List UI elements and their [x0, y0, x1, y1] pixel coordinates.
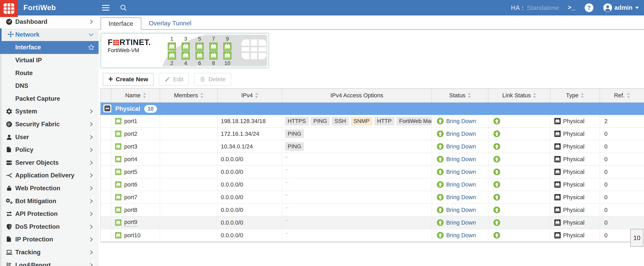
port-number: 9 [226, 36, 229, 42]
status-cell: Bring Down [432, 204, 488, 216]
bring-down-link[interactable]: Bring Down [446, 181, 476, 188]
table-row-port5[interactable]: port50.0.0.0/0–Bring DownPhysical0 [100, 166, 644, 178]
sidebar-item-application-delivery[interactable]: Application Delivery [0, 169, 98, 182]
type-cell: Physical [550, 217, 600, 229]
sidebar-item-route[interactable]: Route [0, 67, 98, 79]
access-option-badge: SNMP [351, 117, 372, 125]
sidebar-item-interface[interactable]: Interface [0, 41, 98, 54]
bring-down-link[interactable]: Bring Down [446, 131, 476, 137]
link-status-cell [488, 166, 550, 178]
sidebar-item-label: User [15, 134, 29, 141]
search-icon[interactable] [120, 4, 127, 12]
sidebar-item-network[interactable]: Network [0, 28, 98, 41]
bring-down-link[interactable]: Bring Down [446, 169, 476, 175]
row-select-cell [100, 217, 112, 229]
bring-down-link[interactable]: Bring Down [446, 143, 476, 150]
header: FortiWeb HA : Standalone >_ ? admin [0, 0, 644, 15]
sidebar-item-system[interactable]: System [0, 105, 98, 118]
page-size-box[interactable]: 10 [630, 229, 644, 247]
column-header-ref[interactable]: Ref. [600, 89, 644, 102]
sidebar-item-label: Tracking [15, 249, 41, 256]
port-device-icon[interactable] [168, 42, 176, 51]
menu-icon[interactable] [102, 5, 110, 10]
port-green-icon [115, 156, 122, 162]
table-row-port4[interactable]: port40.0.0.0/0–Bring DownPhysical0 [100, 153, 644, 166]
column-header-status[interactable]: Status [432, 89, 488, 102]
bring-down-link[interactable]: Bring Down [446, 220, 476, 226]
port-device-icon[interactable] [182, 51, 190, 60]
column-header-type[interactable]: Type [550, 89, 600, 102]
members-cell [160, 191, 218, 203]
table-row-port10[interactable]: port100.0.0.0/0–Bring DownPhysical0 [100, 229, 644, 242]
arrow-up-circle-icon [493, 219, 500, 226]
empty-placeholder: – [285, 217, 288, 223]
sidebar-item-user[interactable]: User [0, 131, 98, 144]
sidebar-item-web-protection[interactable]: Web Protection [0, 182, 98, 195]
user-name: admin [614, 4, 632, 11]
sidebar-item-ip-protection[interactable]: IP Protection [0, 233, 98, 246]
table-row-port6[interactable]: port60.0.0.0/0–Bring DownPhysical0 [100, 178, 644, 191]
port-device-icon[interactable] [223, 51, 232, 60]
access-option-badge: PING [285, 142, 304, 151]
group-row-physical[interactable]: Physical 10 [100, 103, 644, 115]
sidebar-item-bot-mitigation[interactable]: Bot Mitigation [0, 195, 98, 208]
port-device-icon[interactable] [196, 51, 204, 60]
bot-mitigation-icon [5, 197, 13, 205]
ref-cell: 0 [600, 140, 644, 153]
user-menu[interactable]: admin [603, 3, 639, 12]
sidebar-item-tracking[interactable]: Tracking [0, 246, 98, 259]
sidebar-item-security-fabric[interactable]: Security Fabric [0, 118, 98, 131]
tab-interface[interactable]: Interface [100, 17, 141, 30]
web-protection-icon [5, 184, 13, 192]
collapse-icon[interactable] [103, 104, 111, 113]
sidebar-item-dashboard[interactable]: Dashboard [0, 15, 98, 28]
delete-button[interactable]: Delete [194, 73, 231, 86]
sidebar-item-dos-protection[interactable]: DoS Protection [0, 220, 98, 233]
status-cell: Bring Down [432, 191, 488, 203]
port-device-icon[interactable] [196, 42, 204, 51]
sidebar-item-policy[interactable]: Policy [0, 144, 98, 156]
sidebar-item-dns[interactable]: DNS [0, 79, 98, 92]
fortinet-logo[interactable] [0, 0, 18, 17]
table-row-port1[interactable]: port1198.18.128.34/18HTTPSPINGSSHSNMPHTT… [100, 115, 644, 128]
sidebar-item-api-protection[interactable]: API Protection [0, 208, 98, 220]
sidebar-item-label: System [15, 108, 37, 115]
port-device-icon[interactable] [209, 42, 218, 51]
members-cell [160, 128, 218, 140]
favorite-star-icon[interactable] [88, 44, 95, 51]
create-new-button[interactable]: + Create New [103, 73, 154, 86]
tab-overlay-tunnel[interactable]: Overlay Tunnel [141, 17, 199, 29]
bring-down-link[interactable]: Bring Down [446, 156, 476, 163]
column-header-ipv4[interactable]: IPv4 [218, 89, 282, 102]
bring-down-link[interactable]: Bring Down [446, 232, 476, 239]
edit-button[interactable]: Edit [159, 73, 189, 86]
table-row-port3[interactable]: port310.34.0.1/24PINGBring DownPhysical0 [100, 140, 644, 153]
bring-down-link[interactable]: Bring Down [446, 118, 476, 124]
help-icon[interactable]: ? [585, 3, 594, 12]
port-number: 7 [212, 36, 215, 42]
arrow-up-circle-icon [493, 168, 500, 175]
sidebar-item-server-objects[interactable]: Server Objects [0, 156, 98, 169]
bring-down-link[interactable]: Bring Down [446, 194, 476, 201]
ip-protection-icon [5, 236, 13, 244]
column-header-name[interactable]: Name [112, 89, 160, 102]
cli-console-icon[interactable]: >_ [568, 4, 575, 11]
chevron-right-icon [89, 147, 94, 152]
port-device-icon[interactable] [182, 42, 190, 51]
table-row-port9[interactable]: port90.0.0.0/0–Bring DownPhysical0 [100, 217, 644, 229]
column-header-members[interactable]: Members [160, 89, 218, 102]
port-device-icon[interactable] [168, 51, 176, 60]
port-dark-icon [554, 181, 561, 188]
type-cell: Physical [550, 229, 600, 242]
column-header-link-status[interactable]: Link Status [488, 89, 550, 102]
sidebar-item-log-report[interactable]: Log&Report [0, 259, 98, 266]
chevron-down-icon [88, 32, 94, 37]
port-device-icon[interactable] [223, 42, 232, 51]
sidebar-item-packet-capture[interactable]: Packet Capture [0, 92, 98, 105]
bring-down-link[interactable]: Bring Down [446, 207, 476, 213]
table-row-port7[interactable]: port70.0.0.0/0–Bring DownPhysical0 [100, 191, 644, 204]
sidebar-item-virtual-ip[interactable]: Virtual IP [0, 54, 98, 67]
table-row-port8[interactable]: port80.0.0.0/0–Bring DownPhysical0 [100, 204, 644, 217]
port-device-icon[interactable] [209, 51, 218, 60]
table-row-port2[interactable]: port2172.16.1.34/24PINGBring DownPhysica… [100, 128, 644, 140]
